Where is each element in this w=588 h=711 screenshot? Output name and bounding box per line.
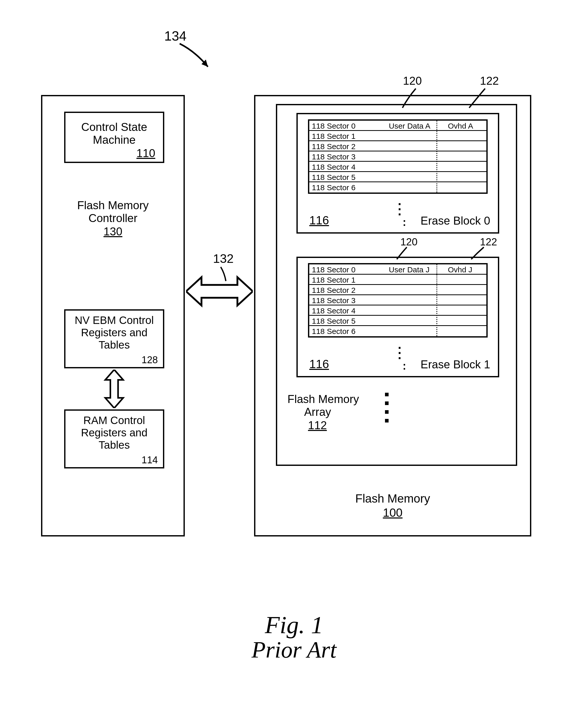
controller-box: Control State Machine 110 Flash Memory C… <box>41 95 185 536</box>
sector-ovhd: Ovhd J <box>448 265 472 274</box>
block0-vdots2: ·· <box>403 219 406 227</box>
nvebm-l3: Tables <box>65 339 163 351</box>
csm-l2: Machine <box>65 133 163 146</box>
sector-label: 118 Sector 4 <box>312 163 355 171</box>
sector-row: 118 Sector 1 <box>309 275 486 285</box>
nvebm-num: 128 <box>142 354 158 366</box>
sector-label: 118 Sector 5 <box>312 173 355 182</box>
fig-caption-2: Prior Art <box>0 637 588 663</box>
ram-box: RAM Control Registers and Tables 114 <box>64 409 164 469</box>
array-l2: Array <box>304 406 331 418</box>
ref-122-a: 122 <box>480 74 499 87</box>
svg-marker-2 <box>186 277 253 305</box>
fig-caption-1: Fig. 1 <box>0 611 588 639</box>
block0-dash-ovhd <box>436 121 437 193</box>
sector-label: 118 Sector 1 <box>312 132 355 141</box>
sector-row: 118 Sector 5 <box>309 316 486 326</box>
block0-num: 116 <box>309 213 329 227</box>
svg-marker-1 <box>105 370 123 408</box>
sector-row: 118 Sector 4 <box>309 305 486 316</box>
sector-row: 118 Sector 2 <box>309 285 486 295</box>
block1-label: Erase Block 1 <box>421 358 490 371</box>
erase-block-0: 118 Sector 0User Data AOvhd A118 Sector … <box>297 113 499 234</box>
sector-label: 118 Sector 0 <box>312 122 355 130</box>
csm-l1: Control State <box>65 121 163 133</box>
ram-num: 114 <box>142 455 158 466</box>
block0-sectors: 118 Sector 0User Data AOvhd A118 Sector … <box>308 120 488 194</box>
ref-120-b: 120 <box>400 236 418 248</box>
ctrl-title-num: 130 <box>42 225 183 238</box>
block1-vdots: ··· <box>398 345 401 361</box>
flash-l1: Flash Memory <box>255 492 530 505</box>
sector-row: 118 Sector 0User Data JOvhd J <box>309 264 486 275</box>
block1-num: 116 <box>309 357 329 371</box>
array-num: 112 <box>308 419 327 432</box>
ram-l1: RAM Control <box>65 414 163 427</box>
block1-dash-ovhd <box>436 264 437 336</box>
sector-label: 118 Sector 2 <box>312 142 355 151</box>
block1-sectors: 118 Sector 0User Data JOvhd J118 Sector … <box>308 263 488 338</box>
sector-row: 118 Sector 2 <box>309 141 486 151</box>
sector-row: 118 Sector 5 <box>309 172 486 182</box>
ctrl-title-l2: Controller <box>42 212 183 224</box>
nvebm-box: NV EBM Control Registers and Tables 128 <box>64 309 164 368</box>
sector-label: 118 Sector 3 <box>312 152 355 161</box>
csm-box: Control State Machine 110 <box>64 112 164 163</box>
ref-122-b: 122 <box>480 236 497 248</box>
tick-120-a <box>400 87 423 110</box>
ram-l2: Registers and <box>65 427 163 439</box>
tick-122-a <box>467 87 490 110</box>
array-squares <box>385 393 389 428</box>
arrow-nvebm-ram <box>100 370 128 408</box>
sector-row: 118 Sector 1 <box>309 131 486 141</box>
sector-row: 118 Sector 4 <box>309 162 486 172</box>
sector-label: 118 Sector 1 <box>312 276 355 284</box>
sector-label: 118 Sector 4 <box>312 306 355 315</box>
sector-ovhd: Ovhd A <box>448 122 473 130</box>
flash-num: 100 <box>255 506 530 519</box>
ram-l3: Tables <box>65 439 163 451</box>
sector-userdata: User Data J <box>389 265 429 274</box>
tick-120-b <box>395 246 413 262</box>
block0-vdots: ··· <box>398 201 401 217</box>
sector-row: 118 Sector 6 <box>309 326 486 336</box>
arrow-134 <box>177 41 221 77</box>
sector-row: 118 Sector 3 <box>309 151 486 162</box>
erase-block-1: 118 Sector 0User Data JOvhd J118 Sector … <box>297 257 499 377</box>
sector-label: 118 Sector 6 <box>312 183 355 192</box>
csm-num: 110 <box>136 147 155 160</box>
sector-label: 118 Sector 3 <box>312 296 355 305</box>
nvebm-l1: NV EBM Control <box>65 314 163 326</box>
sector-row: 118 Sector 0User Data AOvhd A <box>309 121 486 131</box>
flash-array-box: 118 Sector 0User Data AOvhd A118 Sector … <box>276 104 517 466</box>
sector-label: 118 Sector 2 <box>312 286 355 295</box>
block0-label: Erase Block 0 <box>421 214 490 227</box>
bus-ref: 132 <box>213 252 234 266</box>
tick-122-b <box>470 246 488 262</box>
sector-userdata: User Data A <box>389 122 430 130</box>
nvebm-l2: Registers and <box>65 326 163 339</box>
flash-outer: 118 Sector 0User Data AOvhd A118 Sector … <box>254 95 531 536</box>
sector-row: 118 Sector 3 <box>309 295 486 305</box>
sector-label: 118 Sector 6 <box>312 327 355 336</box>
block1-vdots2: ·· <box>403 363 406 371</box>
sector-label: 118 Sector 5 <box>312 317 355 325</box>
bus-arrow <box>186 272 253 310</box>
sector-label: 118 Sector 0 <box>312 265 355 274</box>
ctrl-title-l1: Flash Memory <box>42 199 183 212</box>
sector-row: 118 Sector 6 <box>309 182 486 193</box>
array-l1: Flash Memory <box>287 393 359 406</box>
ref-120-a: 120 <box>403 74 422 87</box>
